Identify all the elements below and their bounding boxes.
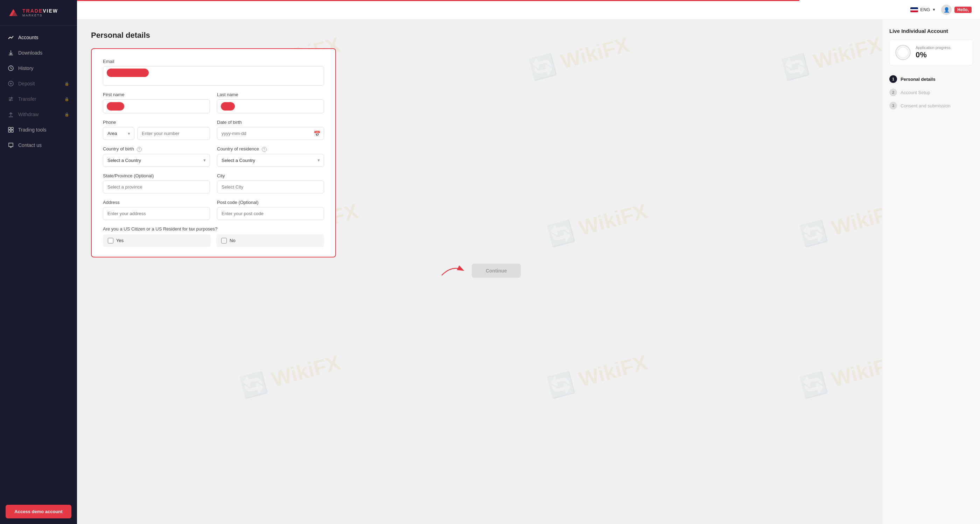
sidebar-item-downloads[interactable]: Downloads [0, 45, 77, 60]
progress-card: Application progress 0% [889, 40, 973, 65]
live-account-title: Live Individual Account [889, 28, 973, 34]
step-3: 3 Consent and submission [889, 99, 973, 112]
country-row: Country of birth ? Select a Country ▼ [103, 146, 324, 167]
us-citizen-no-option[interactable]: No [216, 234, 324, 247]
right-panel: Live Individual Account Application prog… [882, 20, 980, 524]
step-2-label: Account Setup [900, 90, 930, 95]
download-icon [8, 50, 14, 56]
language-selector[interactable]: ENG ▼ [910, 7, 935, 12]
svg-point-8 [897, 47, 908, 58]
first-name-group: First name [103, 92, 210, 113]
sidebar-item-deposit[interactable]: Deposit 🔒 [0, 76, 77, 91]
dob-label: Date of birth [217, 120, 324, 125]
address-group: Address [103, 200, 210, 220]
city-group: City [217, 173, 324, 194]
no-checkbox[interactable] [221, 238, 227, 243]
sidebar-item-accounts[interactable]: Accounts [0, 30, 77, 45]
country-residence-wrapper: Select a Country ▼ [217, 154, 324, 167]
user-menu[interactable]: 👤 Hello, [941, 5, 972, 15]
flag-icon [910, 7, 918, 12]
continue-wrapper: Continue [438, 263, 521, 278]
hello-badge: Hello, [955, 6, 972, 13]
trading-tools-label: Trading tools [18, 127, 46, 133]
us-citizen-yes-option[interactable]: Yes [103, 234, 211, 247]
us-citizen-label: Are you a US Citizen or a US Resident fo… [103, 226, 324, 232]
no-label: No [230, 238, 235, 243]
phone-number-input[interactable] [137, 127, 210, 140]
progress-label: Application progress [916, 46, 951, 50]
avatar: 👤 [941, 5, 951, 15]
lang-chevron-icon: ▼ [932, 8, 935, 11]
contact-icon [8, 142, 14, 148]
form-container: Personal details Email First name [77, 20, 882, 524]
step-3-label: Consent and submission [900, 103, 950, 108]
step-1-number: 1 [889, 75, 897, 83]
deposit-label: Deposit [18, 81, 35, 86]
country-birth-wrapper: Select a Country ▼ [103, 154, 210, 167]
sidebar-item-transfer[interactable]: Transfer 🔒 [0, 91, 77, 107]
top-progress-bar [77, 0, 799, 1]
demo-button-container: Access demo account [6, 505, 72, 518]
dob-input-wrapper: 📅 [217, 127, 324, 140]
country-residence-group: Country of residence ? Select a Country … [217, 146, 324, 167]
deposit-icon [8, 81, 14, 87]
city-input[interactable] [217, 181, 324, 194]
step-1: 1 Personal details [889, 72, 973, 86]
main-content: ENG ▼ 👤 Hello, 🔄 WikiFX 🔄 WikiFX 🔄 WikiF… [77, 0, 980, 524]
postcode-group: Post code (Optional) [217, 200, 324, 220]
city-label: City [217, 173, 324, 178]
us-citizen-options: Yes No [103, 234, 324, 247]
country-birth-label: Country of birth ? [103, 146, 210, 152]
downloads-label: Downloads [18, 50, 42, 56]
tools-icon [8, 127, 14, 133]
phone-dob-row: Phone Area ▼ Date of birth [103, 120, 324, 140]
svg-rect-5 [11, 127, 13, 129]
postcode-label: Post code (Optional) [217, 200, 324, 205]
page-title: Personal details [91, 31, 868, 40]
phone-input-row: Area ▼ [103, 127, 210, 140]
sidebar-item-history[interactable]: History [0, 60, 77, 76]
us-citizen-row: Are you a US Citizen or a US Resident fo… [103, 226, 324, 247]
progress-info: Application progress 0% [916, 46, 951, 59]
svg-rect-6 [8, 130, 11, 132]
access-demo-button[interactable]: Access demo account [6, 505, 72, 518]
phone-area-select[interactable]: Area [103, 127, 134, 140]
withdraw-label: Withdraw [18, 111, 38, 117]
last-name-redacted-value [221, 102, 235, 111]
continue-button[interactable]: Continue [472, 264, 521, 278]
top-header: ENG ▼ 👤 Hello, [77, 0, 980, 20]
sidebar-item-contact[interactable]: Contact us [0, 138, 77, 153]
arrow-hint-icon [438, 263, 466, 277]
progress-circle [895, 45, 911, 60]
country-residence-label: Country of residence ? [217, 146, 324, 152]
step-3-number: 3 [889, 102, 897, 110]
logo-text: TRADEVIEW MARKETS [22, 8, 58, 17]
yes-checkbox[interactable] [108, 238, 113, 243]
step-2: 2 Account Setup [889, 86, 973, 99]
country-residence-info-icon[interactable]: ? [262, 147, 267, 152]
state-group: State/Province (Optional) [103, 173, 210, 194]
sidebar-item-withdraw[interactable]: Withdraw 🔒 [0, 107, 77, 122]
personal-details-form: Email First name Last name [91, 48, 336, 257]
country-residence-select[interactable]: Select a Country [217, 154, 324, 167]
country-birth-info-icon[interactable]: ? [137, 147, 142, 152]
address-input[interactable] [103, 207, 210, 220]
lock-icon-2: 🔒 [64, 97, 69, 102]
email-group: Email [103, 59, 324, 86]
address-label: Address [103, 200, 210, 205]
user-icon: 👤 [943, 7, 950, 13]
sidebar-item-trading-tools[interactable]: Trading tools [0, 122, 77, 138]
phone-area-wrapper: Area ▼ [103, 127, 134, 140]
country-birth-select[interactable]: Select a Country [103, 154, 210, 167]
trend-icon [8, 34, 14, 41]
address-row: Address Post code (Optional) [103, 200, 324, 220]
contact-label: Contact us [18, 142, 41, 148]
dob-input[interactable] [217, 127, 324, 140]
postcode-input[interactable] [217, 207, 324, 220]
name-row: First name Last name [103, 92, 324, 113]
yes-label: Yes [116, 238, 124, 243]
sidebar-nav: Accounts Downloads History Deposit 🔒 [0, 25, 77, 499]
first-name-label: First name [103, 92, 210, 97]
state-input[interactable] [103, 181, 210, 194]
continue-area: Continue [91, 257, 868, 284]
